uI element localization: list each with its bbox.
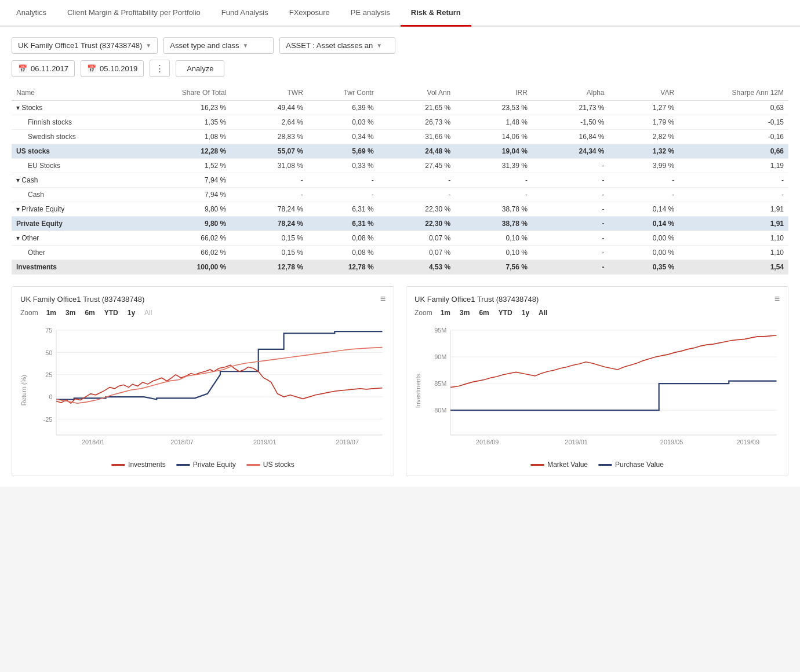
col-vol-ann: Vol Ann <box>379 85 456 101</box>
chart1-zoom-6m[interactable]: 6m <box>81 308 98 318</box>
chart2-header: UK Family Office1 Trust (837438748) ≡ <box>414 294 780 304</box>
asset-type-select[interactable]: Asset type and class ▼ <box>163 37 274 54</box>
svg-text:2019/01: 2019/01 <box>565 439 588 445</box>
svg-text:0: 0 <box>49 393 52 400</box>
tab-pe-analysis[interactable]: PE analysis <box>340 0 401 27</box>
col-irr: IRR <box>455 85 532 101</box>
chart1-zoom-ytd[interactable]: YTD <box>101 308 122 318</box>
analyze-button[interactable]: Analyze <box>176 60 224 77</box>
chart2-container: UK Family Office1 Trust (837438748) ≡ Zo… <box>406 286 788 476</box>
chart1-container: UK Family Office1 Trust (837438748) ≡ Zo… <box>12 286 394 476</box>
chart2-legend-purchase-label: Purchase Value <box>615 461 664 469</box>
svg-text:90M: 90M <box>434 353 446 360</box>
date-from-value: 06.11.2017 <box>31 64 68 73</box>
chart2-legend-market-line <box>530 464 544 466</box>
chart2-svg: 95M 90M 85M 80M 2018/09 2019/01 2019/05 … <box>424 324 780 457</box>
tabs-bar: Analytics Client Margin & Profitability … <box>0 0 800 27</box>
chart1-legend-us-line <box>246 464 260 466</box>
chart2-menu-icon[interactable]: ≡ <box>774 294 780 304</box>
data-table: Name Share Of Total TWR Twr Contr Vol An… <box>12 85 788 275</box>
col-name: Name <box>12 85 135 101</box>
chart1-legend-us: US stocks <box>246 461 294 469</box>
asset-class-select[interactable]: ASSET : Asset classes an ▼ <box>279 37 395 54</box>
col-share: Share Of Total <box>135 85 231 101</box>
date-to-box[interactable]: 📅 05.10.2019 <box>81 60 144 77</box>
chart1-legend-pe-line <box>176 464 190 466</box>
chart2-zoom-all[interactable]: All <box>535 308 551 318</box>
asset-type-chevron: ▼ <box>243 42 249 49</box>
portfolio-select[interactable]: UK Family Office1 Trust (837438748) ▼ <box>12 37 158 54</box>
cal-to-icon: 📅 <box>87 64 96 73</box>
col-alpha: Alpha <box>532 85 609 101</box>
svg-text:80M: 80M <box>434 407 446 414</box>
chart1-legend-us-label: US stocks <box>263 461 294 469</box>
table-row: ▾ Cash7,94 %------- <box>12 173 788 188</box>
col-var: VAR <box>609 85 679 101</box>
chart1-y-label: Return (%) <box>20 324 27 457</box>
chart2-title: UK Family Office1 Trust (837438748) <box>414 295 539 304</box>
tab-fxexposure[interactable]: FXexposure <box>279 0 340 27</box>
chart1-header: UK Family Office1 Trust (837438748) ≡ <box>20 294 386 304</box>
asset-type-value: Asset type and class <box>170 41 239 50</box>
svg-text:2019/01: 2019/01 <box>253 439 277 445</box>
table-row: Cash7,94 %------- <box>12 188 788 202</box>
chart2-zoom-3m[interactable]: 3m <box>456 308 473 318</box>
chart1-legend: Investments Private Equity US stocks <box>20 461 386 469</box>
chart1-zoom-1m[interactable]: 1m <box>43 308 60 318</box>
svg-text:95M: 95M <box>434 327 446 334</box>
chart2-zoom-1y[interactable]: 1y <box>518 308 533 318</box>
portfolio-chevron: ▼ <box>146 42 151 49</box>
chart2-legend-purchase-line <box>598 464 612 466</box>
table-row: ▾ Stocks16,23 %49,44 %6,39 %21,65 %23,53… <box>12 101 788 115</box>
chart2-zoom-row: Zoom 1m 3m 6m YTD 1y All <box>414 308 780 318</box>
svg-text:75: 75 <box>45 327 52 334</box>
table-row: ▾ Other66,02 %0,15 %0,08 %0,07 %0,10 %-0… <box>12 231 788 246</box>
portfolio-value: UK Family Office1 Trust (837438748) <box>18 41 142 50</box>
asset-class-value: ASSET : Asset classes an <box>286 41 373 50</box>
svg-text:2018/09: 2018/09 <box>476 439 499 445</box>
chart2-zoom-ytd[interactable]: YTD <box>495 308 516 318</box>
chart1-legend-investments: Investments <box>111 461 166 469</box>
tab-fund-analysis[interactable]: Fund Analysis <box>211 0 279 27</box>
tab-analytics[interactable]: Analytics <box>6 0 57 27</box>
chart2-zoom-1m[interactable]: 1m <box>437 308 454 318</box>
table-header-row: Name Share Of Total TWR Twr Contr Vol An… <box>12 85 788 101</box>
date-row: 📅 06.11.2017 📅 05.10.2019 ⋮ Analyze <box>12 60 788 77</box>
col-twr: TWR <box>231 85 308 101</box>
chart1-title: UK Family Office1 Trust (837438748) <box>20 295 144 304</box>
chart1-legend-investments-label: Investments <box>128 461 166 469</box>
chart2-legend-market-label: Market Value <box>547 461 588 469</box>
chart1-zoom-row: Zoom 1m 3m 6m YTD 1y All <box>20 308 386 318</box>
chart1-zoom-label: Zoom <box>20 309 38 317</box>
svg-text:-25: -25 <box>43 416 53 423</box>
main-content: UK Family Office1 Trust (837438748) ▼ As… <box>0 27 800 487</box>
svg-text:2018/07: 2018/07 <box>170 439 194 445</box>
chart2-zoom-6m[interactable]: 6m <box>475 308 492 318</box>
chart1-zoom-all[interactable]: All <box>141 308 155 318</box>
chart2-zoom-label: Zoom <box>414 309 432 317</box>
filter-row-1: UK Family Office1 Trust (837438748) ▼ As… <box>12 37 788 54</box>
svg-text:2018/01: 2018/01 <box>82 439 105 445</box>
svg-text:25: 25 <box>45 371 52 378</box>
table-row: Finnish stocks1,35 %2,64 %0,03 %26,73 %1… <box>12 115 788 130</box>
table-row: EU Stocks1,52 %31,08 %0,33 %27,45 %31,39… <box>12 159 788 173</box>
table-row: ▾ Private Equity9,80 %78,24 %6,31 %22,30… <box>12 202 788 217</box>
svg-text:2019/09: 2019/09 <box>736 439 759 445</box>
tab-risk-return[interactable]: Risk & Return <box>401 0 471 27</box>
chart2-legend: Market Value Purchase Value <box>414 461 780 469</box>
table-row: Investments100,00 %12,78 %12,78 %4,53 %7… <box>12 260 788 275</box>
svg-text:85M: 85M <box>434 380 446 387</box>
table-row: Private Equity9,80 %78,24 %6,31 %22,30 %… <box>12 217 788 231</box>
asset-class-chevron: ▼ <box>376 42 382 49</box>
cal-from-icon: 📅 <box>18 64 27 73</box>
tab-client-margin[interactable]: Client Margin & Profitability per Portfo… <box>57 0 211 27</box>
table-row: US stocks12,28 %55,07 %5,69 %24,48 %19,0… <box>12 144 788 159</box>
date-from-box[interactable]: 📅 06.11.2017 <box>12 60 75 77</box>
date-to-value: 05.10.2019 <box>100 64 137 73</box>
charts-row: UK Family Office1 Trust (837438748) ≡ Zo… <box>12 286 788 476</box>
chart1-zoom-1y[interactable]: 1y <box>124 308 139 318</box>
more-options-button[interactable]: ⋮ <box>150 60 170 77</box>
chart1-zoom-3m[interactable]: 3m <box>62 308 79 318</box>
chart1-menu-icon[interactable]: ≡ <box>380 294 386 304</box>
chart1-legend-pe-label: Private Equity <box>193 461 236 469</box>
